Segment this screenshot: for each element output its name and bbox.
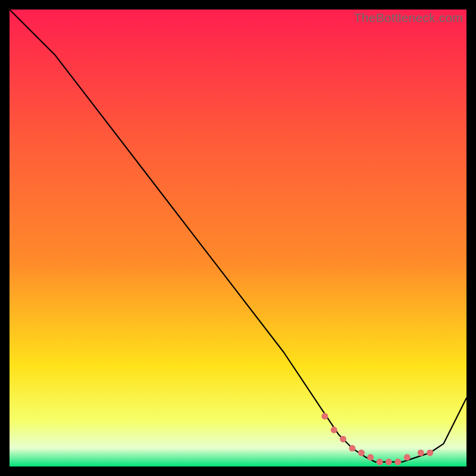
curve-marker bbox=[427, 450, 433, 456]
curve-marker bbox=[340, 436, 346, 442]
watermark-text: TheBottleneck.com bbox=[354, 11, 463, 25]
chart-frame: TheBottleneck.com bbox=[10, 10, 466, 466]
curve-marker bbox=[367, 454, 374, 461]
curve-marker bbox=[349, 445, 356, 452]
curve-marker bbox=[394, 459, 401, 465]
curve-marker bbox=[331, 427, 337, 433]
curve-marker bbox=[321, 413, 328, 419]
curve-marker bbox=[377, 459, 383, 465]
gradient-background bbox=[10, 10, 466, 466]
curve-marker bbox=[358, 450, 365, 456]
curve-marker bbox=[418, 450, 424, 456]
curve-marker bbox=[404, 454, 411, 461]
chart-svg bbox=[10, 10, 466, 466]
curve-marker bbox=[386, 459, 392, 465]
